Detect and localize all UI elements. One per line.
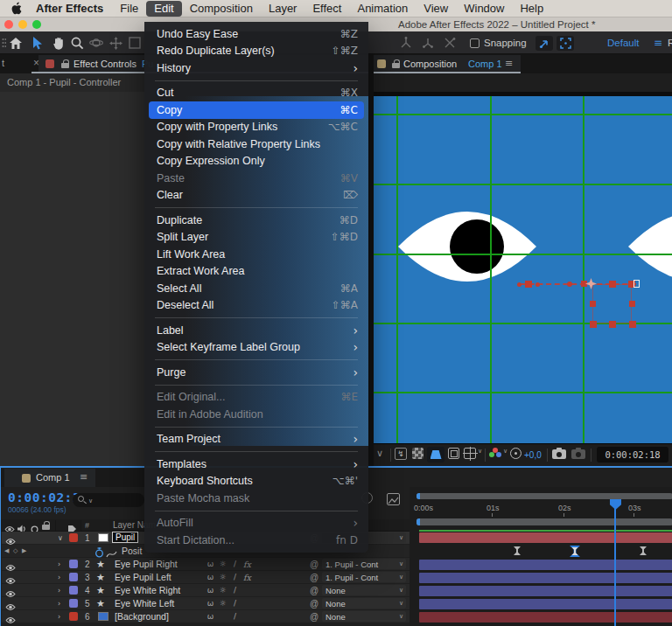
menu-item-team-project[interactable]: Team Project› [144,431,368,449]
parent-pickwhip-icon[interactable]: @ [310,571,318,583]
workspace-menu-icon[interactable]: ≡ [654,37,662,49]
mask-tool[interactable] [127,35,143,51]
region-of-interest-button[interactable] [448,448,459,459]
composition-viewer[interactable] [374,96,672,443]
menu-item-keyboard-shortcuts[interactable]: Keyboard Shortcuts⌥⌘' [144,473,368,490]
expand-chevron[interactable]: › [58,610,60,623]
shy-switch[interactable]: ω [205,558,216,570]
timeline-layer-row[interactable]: ›6[Background]ω/@None∨ [2,610,410,623]
parent-dropdown[interactable]: None∨ [322,598,406,609]
pan-behind-tool[interactable] [108,35,123,51]
layer-duration-bar[interactable] [419,532,672,543]
view-zoom-dropdown[interactable]: ∨ [376,448,383,459]
exposure-button[interactable] [510,448,522,459]
expand-chevron[interactable]: ∨ [58,532,63,544]
graph-editor-icon[interactable] [106,546,117,562]
parent-dropdown[interactable]: None∨ [322,585,406,595]
menu-item-copy-expression-only[interactable]: Copy Expression Only [144,153,368,170]
composition-tab[interactable]: Composition Comp 1 ≡ [374,55,521,73]
menu-item-redo-duplicate-layer-s[interactable]: Redo Duplicate Layer(s)⇧⌘Z [144,43,368,60]
close-window-button[interactable] [4,20,13,29]
quality-switch[interactable]: / [229,571,241,583]
add-keyframe-button[interactable]: ◇ [13,545,18,557]
menubar-item-effect[interactable]: Effect [304,1,349,17]
layer-name[interactable]: Eye White Left [115,597,174,609]
menubar-item-view[interactable]: View [416,1,456,17]
parent-dropdown[interactable]: 1. Pupil - Cont∨ [322,559,406,569]
property-name[interactable]: Posit [122,545,142,557]
menubar-app-name[interactable]: After Effects [27,2,112,15]
menu-item-duplicate[interactable]: Duplicate⌘D [144,212,368,229]
shy-switch[interactable]: ω [205,571,216,583]
menu-item-history[interactable]: History› [144,59,368,77]
lock-icon[interactable] [392,59,400,68]
menu-item-purge[interactable]: Purge› [144,364,368,381]
home-tool[interactable] [8,35,24,51]
orbit-camera-tool[interactable] [88,35,104,51]
layer-label-color[interactable] [69,599,78,608]
menu-item-copy[interactable]: Copy⌘C [149,101,364,119]
collapse-switch[interactable]: ☼ [217,584,228,596]
comp-mini-flowchart-button[interactable] [387,493,400,505]
preview-timecode[interactable]: 0:00:02:18 [597,447,668,463]
time-navigator[interactable] [416,493,672,499]
view-axis-mode[interactable] [442,35,458,51]
panel-menu-icon[interactable]: ≡ [80,471,88,483]
exposure-value[interactable]: +0,0 [524,450,542,460]
motion-path-vertex[interactable] [517,282,522,287]
menu-item-copy-with-relative-property-links[interactable]: Copy with Relative Property Links [144,136,368,153]
layer-duration-bar[interactable] [419,560,672,570]
zoom-window-button[interactable] [32,20,41,29]
snapshot-button[interactable] [552,448,566,459]
show-snapshot-button[interactable] [571,448,585,459]
expand-chevron[interactable]: › [58,584,60,596]
layer-name[interactable]: Eye White Right [115,584,180,596]
workspace-default[interactable]: Default [607,38,639,48]
visibility-eye-toggle[interactable] [5,612,16,626]
transform-handle[interactable] [590,321,597,328]
work-area-bar[interactable] [416,518,672,525]
timeline-layer-row[interactable]: ›5★Eye White Leftω☼/@None∨ [2,597,410,609]
transparency-grid-button[interactable] [412,448,424,459]
menubar-item-window[interactable]: Window [456,1,512,17]
workspace-next-partial[interactable]: R [668,38,672,48]
timeline-search-input[interactable]: ∨ [73,493,144,507]
layer-name[interactable]: [Background] [115,610,169,623]
timeline-layer-row[interactable]: ›3★Eye Pupil Leftω☼/fx@1. Pupil - Cont∨ [2,571,410,583]
collapse-switch[interactable]: ☼ [217,597,228,609]
motion-path-vertex[interactable] [567,282,572,287]
parent-pickwhip-icon[interactable]: @ [310,610,318,623]
prev-keyframe-button[interactable]: ◀ [4,545,9,557]
snapping-checkbox[interactable] [470,38,480,48]
menu-item-extract-work-area[interactable]: Extract Work Area [144,263,368,281]
layer-name-edit-field[interactable]: Pupil [112,532,138,543]
fast-previews-button[interactable]: ↯ [395,448,407,460]
minimize-window-button[interactable] [18,20,27,29]
menu-item-label[interactable]: Label› [144,322,368,339]
layer-label-color[interactable] [69,573,78,581]
grid-guide-options-button[interactable] [427,447,444,463]
menu-item-clear[interactable]: Clear⌦ [144,187,368,205]
timeline-layer-row[interactable]: ›4★Eye White Rightω☼/@None∨ [2,584,410,596]
menu-item-deselect-all[interactable]: Deselect All⇧⌘A [144,297,368,315]
zoom-tool[interactable] [69,35,85,51]
menu-item-copy-with-property-links[interactable]: Copy with Property Links⌥⌘C [144,119,368,136]
expand-chevron[interactable]: › [58,597,60,609]
hand-tool[interactable] [50,35,66,51]
menubar-item-edit[interactable]: Edit [146,1,181,17]
parent-dropdown[interactable]: None∨ [322,611,406,622]
menu-item-undo-easy-ease[interactable]: Undo Easy Ease⌘Z [144,25,368,43]
parent-dropdown[interactable]: 1. Pupil - Cont∨ [322,572,406,582]
collapse-switch[interactable]: ☼ [217,558,228,570]
apple-menu[interactable] [10,2,22,15]
menubar-item-help[interactable]: Help [512,1,551,17]
collapse-switch[interactable]: ☼ [217,571,228,583]
layer-duration-bar[interactable] [419,586,672,596]
keyframe[interactable] [640,546,647,555]
next-keyframe-button[interactable]: ▶ [22,545,26,557]
menu-item-select-keyframe-label-group[interactable]: Select Keyframe Label Group› [144,339,368,357]
view-layout-button[interactable] [464,448,476,459]
world-axis-mode[interactable] [420,35,436,51]
layer-label-color[interactable] [69,560,78,568]
expand-chevron[interactable]: › [58,571,60,583]
